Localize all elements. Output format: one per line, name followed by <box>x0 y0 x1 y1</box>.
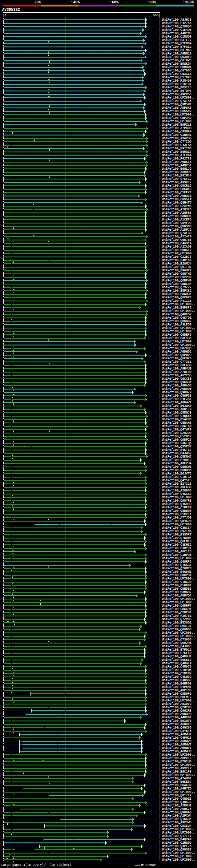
svg-text:UniRef100_B4NSG8: UniRef100_B4NSG8 <box>162 679 192 682</box>
svg-text:UniRef100_A4RYN3: UniRef100_A4RYN3 <box>162 32 192 35</box>
svg-text:UniRef100_C7YIG9: UniRef100_C7YIG9 <box>162 140 192 144</box>
svg-text:UniRef100_A8PT63: UniRef100_A8PT63 <box>162 689 192 692</box>
svg-text:UniRef100_Q4KTD1: UniRef100_Q4KTD1 <box>162 316 192 320</box>
svg-text:UniRef100_Q6CX80: UniRef100_Q6CX80 <box>162 377 192 380</box>
svg-text:UniRef100_UPI000..: UniRef100_UPI000.. <box>162 113 195 116</box>
svg-text:UniRef100_A0D4V2: UniRef100_A0D4V2 <box>162 401 192 404</box>
svg-text:UniRef100_P26781: UniRef100_P26781 <box>162 614 192 618</box>
svg-text:UniRef100_A6N9Y8: UniRef100_A6N9Y8 <box>162 723 192 726</box>
svg-text:UniRef100_B7FMB4: UniRef100_B7FMB4 <box>162 42 192 45</box>
svg-text:UniRef100_A0DH92: UniRef100_A0DH92 <box>162 350 192 353</box>
svg-text:UniRef100_B9T2N6: UniRef100_B9T2N6 <box>162 147 192 150</box>
svg-text:UniRef100_B6KES7: UniRef100_B6KES7 <box>162 780 192 784</box>
svg-text:UniRef100_B2YI13: UniRef100_B2YI13 <box>162 482 192 486</box>
svg-text:UniRef100_Q86G63: UniRef100_Q86G63 <box>162 628 192 631</box>
svg-text:UniRef100_B0EMJ7: UniRef100_B0EMJ7 <box>162 695 192 699</box>
svg-text:UniRef100_A9RQ30: UniRef100_A9RQ30 <box>162 194 192 198</box>
svg-text:UniRef100_Q6DRF7: UniRef100_Q6DRF7 <box>162 604 192 608</box>
svg-text:UniRef100_B6SIL5: UniRef100_B6SIL5 <box>162 86 192 89</box>
svg-text:UniRef100_B6HCL7: UniRef100_B6HCL7 <box>162 248 192 252</box>
svg-text:UniRef100_P25460: UniRef100_P25460 <box>162 79 192 83</box>
svg-text:UniRef100_UPI000..: UniRef100_UPI000.. <box>162 496 195 499</box>
svg-text:UniRef100_B0CPS4: UniRef100_B0CPS4 <box>162 574 192 577</box>
svg-text:UniRef100_C1E4D6: UniRef100_C1E4D6 <box>162 28 192 32</box>
svg-text:UniRef100_A2QPB3: UniRef100_A2QPB3 <box>162 211 192 215</box>
svg-text:UniRef100_C5FFX1: UniRef100_C5FFX1 <box>162 191 192 194</box>
svg-text:UniRef100_A6YPG5: UniRef100_A6YPG5 <box>162 374 192 377</box>
svg-text:UniRef100_Q6EUZ3: UniRef100_Q6EUZ3 <box>162 357 192 360</box>
svg-text:UniRef100_A8PXF3: UniRef100_A8PXF3 <box>162 756 192 760</box>
svg-text:UniRef100_A4QR51: UniRef100_A4QR51 <box>162 164 192 167</box>
svg-text:UniRef100_P42733: UniRef100_P42733 <box>162 157 192 160</box>
svg-text:UniRef100_UPI000..: UniRef100_UPI000.. <box>162 773 195 777</box>
svg-text:UniRef100_A4HYZ5: UniRef100_A4HYZ5 <box>162 787 192 790</box>
svg-text:UniRef100_B9SKG4: UniRef100_B9SKG4 <box>162 62 192 66</box>
svg-text:UniRef100_Q9M5M1: UniRef100_Q9M5M1 <box>162 103 192 106</box>
svg-text:UniRef100_A7TJD0: UniRef100_A7TJD0 <box>162 516 192 520</box>
svg-text:UniRef100_UPI000..: UniRef100_UPI000.. <box>162 601 195 604</box>
svg-text:UniRef100_P17093: UniRef100_P17093 <box>162 76 192 79</box>
svg-text:UniRef100_P62280: UniRef100_P62280 <box>162 276 192 279</box>
svg-text:UniRef100_C1BG30: UniRef100_C1BG30 <box>162 581 192 584</box>
svg-text:UniRef100_C1BEN7: UniRef100_C1BEN7 <box>162 672 192 675</box>
svg-text:UniRef100_C1BFE9: UniRef100_C1BFE9 <box>162 506 192 509</box>
svg-text:UniRef100_Q20206: UniRef100_Q20206 <box>162 706 192 709</box>
svg-text:UniRef100_B4KTL7: UniRef100_B4KTL7 <box>162 448 192 452</box>
svg-text:UniRef100_Q0JBY8: UniRef100_Q0JBY8 <box>162 55 192 59</box>
svg-text:~60%: ~60% <box>109 0 119 5</box>
svg-text:UniRef100_UPI000..: UniRef100_UPI000.. <box>162 330 195 333</box>
svg-text:UniRef100_B5AKB3: UniRef100_B5AKB3 <box>162 418 192 421</box>
svg-text:UniRef100_A9PC56: UniRef100_A9PC56 <box>162 93 192 96</box>
svg-text:UniRef100_B5X6G1: UniRef100_B5X6G1 <box>162 621 192 624</box>
svg-text:UniRef100_Q4GXS6: UniRef100_Q4GXS6 <box>162 726 192 730</box>
svg-text:UniRef100_A0EZU4: UniRef100_A0EZU4 <box>162 462 192 465</box>
svg-text:UniRef100_A7EVA4: UniRef100_A7EVA4 <box>162 154 192 157</box>
svg-text:UniRef100_O65766: UniRef100_O65766 <box>162 238 192 242</box>
svg-text:UniRef100_Q5UAN3: UniRef100_Q5UAN3 <box>162 421 192 425</box>
svg-text:UniRef100_P16181: UniRef100_P16181 <box>162 83 192 86</box>
svg-text:UniRef100_C1BYW6: UniRef100_C1BYW6 <box>162 669 192 672</box>
svg-text:UniRef100_UPI000..: UniRef100_UPI000.. <box>162 309 195 313</box>
svg-text:UniRef100_C4JD65: UniRef100_C4JD65 <box>162 645 192 648</box>
svg-text:UniRef100_A1CEP6: UniRef100_A1CEP6 <box>162 218 192 221</box>
svg-text:UniRef100_Q8ITB1: UniRef100_Q8ITB1 <box>162 266 192 269</box>
svg-text:UniRef100_C9ZIN6: UniRef100_C9ZIN6 <box>162 530 192 533</box>
svg-text:UniRef100_A6MWV1: UniRef100_A6MWV1 <box>162 746 192 750</box>
svg-text:UniRef100_A7AU01: UniRef100_A7AU01 <box>162 777 192 780</box>
svg-text:UniRef100_B8MGZ7: UniRef100_B8MGZ7 <box>162 150 192 154</box>
svg-text:UniRef100_UPI000..: UniRef100_UPI000.. <box>162 557 195 560</box>
svg-text:UniRef100_C7GLX2: UniRef100_C7GLX2 <box>162 652 192 655</box>
svg-text:UniRef100_B0XUT5: UniRef100_B0XUT5 <box>162 719 192 723</box>
svg-text:Large gaps: ▲(in Query)/- (in: Large gaps: ▲(in Query)/- (in Subject) <box>1 863 71 867</box>
svg-text:UniRef100_Q7XLC9: UniRef100_Q7XLC9 <box>162 231 192 235</box>
svg-text:UniRef100_B7FDL5: UniRef100_B7FDL5 <box>162 648 192 652</box>
svg-text:UniRef100_B8C1P3: UniRef100_B8C1P3 <box>162 770 192 773</box>
svg-text:UniRef100_B9WH22: UniRef100_B9WH22 <box>162 269 192 272</box>
svg-text:UniRef100_A0BVQ1: UniRef100_A0BVQ1 <box>162 594 192 597</box>
svg-text:UniRef100_A0C125: UniRef100_A0C125 <box>162 550 192 553</box>
svg-text:UniRef100_B0Z9Q3: UniRef100_B0Z9Q3 <box>162 347 192 350</box>
svg-text:UniRef100_Q9DF26: UniRef100_Q9DF26 <box>162 438 192 441</box>
svg-text:UniRef100_A9V2L2: UniRef100_A9V2L2 <box>162 767 192 770</box>
svg-text:UniRef100_Q4Y5T5: UniRef100_Q4Y5T5 <box>162 479 192 482</box>
svg-text:UniRef100_Q7XIK5: UniRef100_Q7XIK5 <box>162 99 192 103</box>
svg-text:UniRef100_Q66SW3: UniRef100_Q66SW3 <box>162 465 192 469</box>
svg-text:UniRef100_B2WMJ4: UniRef100_B2WMJ4 <box>162 262 192 266</box>
svg-text:UniRef100_A2FXW4: UniRef100_A2FXW4 <box>162 814 192 817</box>
svg-text:UniRef100_Q7SFZ2: UniRef100_Q7SFZ2 <box>162 177 192 181</box>
svg-text:UniRef100_B3TM43: UniRef100_B3TM43 <box>162 49 192 52</box>
svg-text:UniRef100_A8JHC3: UniRef100_A8JHC3 <box>162 18 192 22</box>
svg-text:UniRef100_UPI000..: UniRef100_UPI000.. <box>162 120 195 123</box>
svg-text:UniRef100_UPI000..: UniRef100_UPI000.. <box>162 343 195 347</box>
svg-text:UniRef100_A9C3W5: UniRef100_A9C3W5 <box>162 821 192 824</box>
svg-text:UniRef100_Q4D4L4: UniRef100_Q4D4L4 <box>162 662 192 665</box>
svg-text:~100%: ~100% <box>183 0 194 5</box>
svg-text:UniRef100_A2DHU8: UniRef100_A2DHU8 <box>162 804 192 807</box>
svg-text:UniRef100_B6TDP8: UniRef100_B6TDP8 <box>162 89 192 93</box>
svg-text:UniRef100_C1BIC5: UniRef100_C1BIC5 <box>162 475 192 479</box>
svg-text:UniRef100_B6AK39: UniRef100_B6AK39 <box>162 784 192 787</box>
svg-text:UniRef100_Q209Q5: UniRef100_Q209Q5 <box>162 25 192 28</box>
svg-text:UniRef100_Q4GXS8: UniRef100_Q4GXS8 <box>162 492 192 496</box>
svg-text:UniRef100_UPI000..: UniRef100_UPI000.. <box>162 753 195 756</box>
svg-text:UniRef100_A7RL80: UniRef100_A7RL80 <box>162 370 192 374</box>
